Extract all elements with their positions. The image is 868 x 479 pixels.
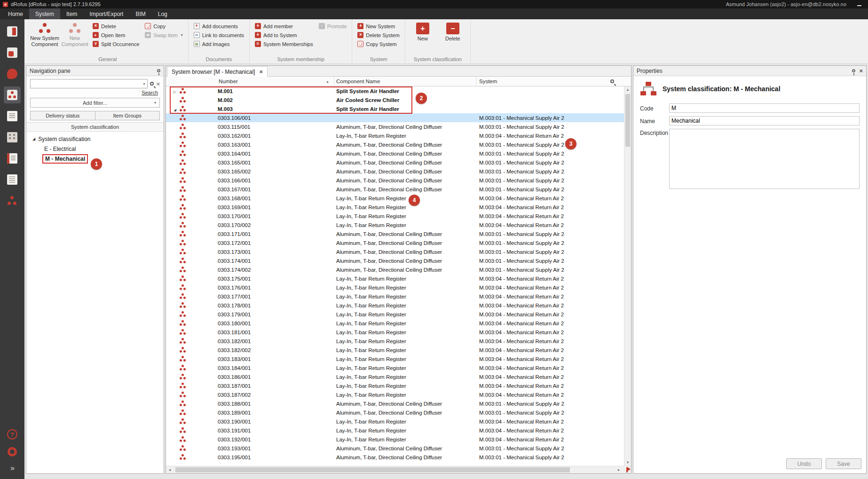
expand-toggle-icon[interactable]: ◢: [32, 137, 35, 141]
table-row[interactable]: 0303.187/002 Lay-In, T-bar Return Regist…: [166, 390, 624, 399]
scroll-down-icon[interactable]: ▾: [627, 459, 629, 466]
room-data-module-icon[interactable]: [4, 44, 21, 61]
new-system-component-button[interactable]: New System Component: [30, 21, 60, 48]
table-row[interactable]: 0303.175/001 Lay-In, T-bar Return Regist…: [166, 274, 624, 283]
scroll-up-icon[interactable]: ▴: [627, 86, 629, 93]
vertical-scrollbar[interactable]: ▴ ▾: [624, 86, 631, 466]
buildings-module-icon[interactable]: [4, 129, 21, 146]
table-row[interactable]: 0303.177/001 Lay-In, T-bar Return Regist…: [166, 292, 624, 301]
column-search[interactable]: [607, 79, 631, 83]
add-member-button[interactable]: Add member: [255, 23, 313, 30]
delete-system-button[interactable]: Delete System: [357, 31, 400, 39]
table-row[interactable]: 0303.183/001 Lay-In, T-bar Return Regist…: [166, 354, 624, 363]
open-item-button[interactable]: Open Item: [93, 31, 139, 39]
expand-sidebar-icon[interactable]: »: [10, 464, 14, 472]
table-row[interactable]: 0303.176/001 Lay-In, T-bar Return Regist…: [166, 283, 624, 292]
table-row[interactable]: 0303.193/001 Aluminum, T-bar, Directiona…: [166, 444, 624, 453]
code-field[interactable]: [669, 103, 860, 113]
menu-tab-log[interactable]: Log: [152, 8, 174, 19]
system-memberships-button[interactable]: System Memberships: [255, 40, 313, 47]
table-row[interactable]: M.003 Split System Air Handler: [166, 104, 624, 113]
add-filter-button[interactable]: Add filter... ▾: [30, 98, 160, 108]
table-row[interactable]: 0303.184/001 Lay-In, T-bar Return Regist…: [166, 363, 624, 372]
menu-tab-home[interactable]: Home: [2, 8, 29, 19]
reports-module-icon[interactable]: [4, 150, 21, 167]
menu-tab-system[interactable]: System: [29, 8, 60, 19]
systems-module-icon[interactable]: [4, 86, 21, 103]
column-header-system[interactable]: System: [476, 77, 607, 86]
add-to-system-button[interactable]: Add to System: [255, 31, 313, 39]
new-component-button[interactable]: New Component: [60, 21, 90, 48]
menu-tab-bim[interactable]: BIM: [129, 8, 151, 19]
table-row[interactable]: M.002 Air Cooled Screw Chiller: [166, 95, 624, 104]
table-row[interactable]: 0303.165/002 Aluminum, T-bar, Directiona…: [166, 167, 624, 176]
delete-button[interactable]: Delete: [93, 23, 139, 30]
description-field[interactable]: [669, 129, 860, 189]
nav-tab-delivery-status[interactable]: Delivery status: [30, 111, 95, 120]
system-browser-tab[interactable]: System browser [M - Mechanical] ×: [167, 66, 268, 77]
scroll-left-icon[interactable]: ◂: [166, 468, 174, 472]
table-row[interactable]: 0303.182/001 Lay-In, T-bar Return Regist…: [166, 337, 624, 346]
table-row[interactable]: 0303.195/001 Aluminum, T-bar, Directiona…: [166, 453, 624, 462]
table-row[interactable]: 0303.186/001 Lay-In, T-bar Return Regist…: [166, 372, 624, 381]
table-row[interactable]: 0303.180/001 Lay-In, T-bar Return Regist…: [166, 319, 624, 328]
settings-icon[interactable]: [8, 447, 17, 456]
search-dropdown-icon[interactable]: ▾: [141, 82, 147, 86]
scroll-right-icon[interactable]: ▸: [615, 468, 623, 472]
table-row[interactable]: 0303.168/001 Lay-In, T-bar Return Regist…: [166, 194, 624, 203]
expand-toggle-icon[interactable]: [166, 88, 176, 94]
new-system-button[interactable]: New System: [357, 23, 400, 30]
table-row[interactable]: 0303.169/001 Lay-In, T-bar Return Regist…: [166, 203, 624, 212]
tree-item[interactable]: E - Electrical: [26, 144, 164, 154]
pin-icon[interactable]: [852, 69, 855, 72]
delete-classification-button[interactable]: − Delete: [438, 21, 468, 43]
table-row[interactable]: 0303.173/001 Aluminum, T-bar, Directiona…: [166, 247, 624, 256]
undo-button[interactable]: Undo: [786, 458, 822, 469]
table-row[interactable]: 0303.190/001 Lay-In, T-bar Return Regist…: [166, 417, 624, 426]
table-row[interactable]: 0303.164/001 Aluminum, T-bar, Directiona…: [166, 149, 624, 158]
save-button[interactable]: Save: [826, 458, 861, 469]
copy-system-button[interactable]: Copy System: [357, 40, 400, 47]
documents-module-icon[interactable]: [4, 108, 21, 125]
products-module-icon[interactable]: [4, 65, 21, 82]
expand-toggle-icon[interactable]: [166, 106, 176, 112]
clear-search-icon[interactable]: ×: [156, 80, 160, 87]
new-classification-button[interactable]: + New: [408, 21, 438, 43]
table-row[interactable]: 0303.166/001 Aluminum, T-bar, Directiona…: [166, 176, 624, 185]
table-row[interactable]: 0303.162/001 Lay-In, T-bar Return Regist…: [166, 131, 624, 140]
add-images-button[interactable]: Add Images: [194, 40, 244, 47]
menu-tab-item[interactable]: Item: [60, 8, 83, 19]
pin-icon[interactable]: [157, 69, 160, 72]
table-row[interactable]: 0303.106/001 M.003:01 - Mechanical Suppl…: [166, 113, 624, 122]
search-link[interactable]: Search: [30, 88, 160, 98]
table-row[interactable]: 0303.189/001 Aluminum, T-bar, Directiona…: [166, 408, 624, 417]
table-row[interactable]: M.001 Split System Air Handler: [166, 86, 624, 95]
table-row[interactable]: 0303.165/001 Aluminum, T-bar, Directiona…: [166, 158, 624, 167]
add-documents-button[interactable]: Add documents: [194, 23, 244, 30]
close-pane-icon[interactable]: ×: [859, 68, 863, 74]
search-input[interactable]: [31, 80, 140, 87]
table-row[interactable]: 0303.179/001 Lay-In, T-bar Return Regist…: [166, 310, 624, 319]
column-header-number[interactable]: Number ▲: [166, 77, 334, 86]
promote-button[interactable]: Promote: [319, 23, 347, 30]
table-row[interactable]: 0303.174/002 Aluminum, T-bar, Directiona…: [166, 265, 624, 274]
relations-module-icon[interactable]: [4, 192, 21, 209]
table-row[interactable]: 0303.188/001 Aluminum, T-bar, Directiona…: [166, 399, 624, 408]
minimize-button[interactable]: [853, 1, 865, 7]
help-icon[interactable]: [7, 429, 17, 440]
search-icon[interactable]: [150, 82, 154, 86]
column-header-component-name[interactable]: Component Name: [334, 77, 476, 86]
swap-item-button[interactable]: Swap item ▾: [145, 31, 182, 39]
scrollbar-thumb[interactable]: [175, 467, 570, 472]
table-row[interactable]: 0303.167/001 Aluminum, T-bar, Directiona…: [166, 185, 624, 194]
table-row[interactable]: 0303.191/001 Lay-In, T-bar Return Regist…: [166, 426, 624, 435]
nav-tab-item-groups[interactable]: Item Groups: [95, 111, 160, 120]
table-row[interactable]: 0303.192/001 Lay-In, T-bar Return Regist…: [166, 435, 624, 444]
table-row[interactable]: 0303.170/002 Lay-In, T-bar Return Regist…: [166, 220, 624, 229]
tree-item-system-classification[interactable]: ◢ System classification: [26, 134, 164, 144]
table-row[interactable]: 0303.178/001 Lay-In, T-bar Return Regist…: [166, 301, 624, 310]
table-row[interactable]: 0303.115/001 Aluminum, T-bar, Directiona…: [166, 122, 624, 131]
name-field[interactable]: [669, 116, 860, 126]
split-occurrence-button[interactable]: Split Occurrence: [93, 40, 139, 47]
table-row[interactable]: 0303.182/002 Lay-In, T-bar Return Regist…: [166, 346, 624, 354]
